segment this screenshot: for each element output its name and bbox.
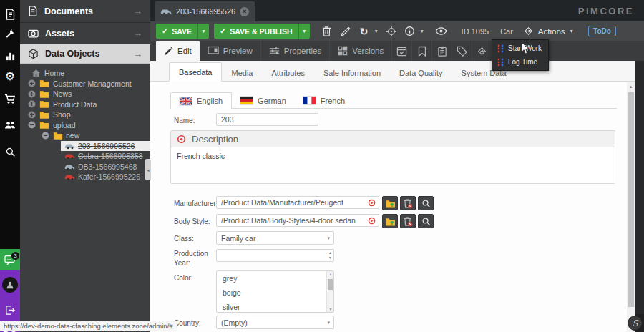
tab-notes[interactable] [412, 41, 432, 61]
spinner-arrows-icon[interactable]: ▴▾ [329, 250, 331, 260]
expand-plus-icon[interactable] [28, 90, 36, 98]
tree-item-203[interactable]: 203-1566995526 [20, 141, 150, 152]
scroll-up-icon[interactable]: ▲ [327, 272, 334, 276]
class-select[interactable]: Family car ▾ [216, 231, 334, 245]
description-editor[interactable]: French classic [171, 147, 615, 183]
notifications-button[interactable]: 3 [0, 249, 20, 270]
panel-collapse-handle[interactable]: ◂ [145, 159, 151, 180]
arrow-right-icon[interactable]: → [133, 28, 142, 39]
open-tab-203[interactable]: 203-1566995526 × [155, 1, 255, 21]
tab-sale-information[interactable]: Sale Information [314, 64, 390, 82]
tab-edit[interactable]: Edit [156, 41, 200, 61]
accordion-data-objects[interactable]: Data Objects → [20, 44, 150, 64]
scrollbar-thumb[interactable] [328, 279, 333, 290]
menu-item-log-time[interactable]: Log Time [492, 55, 548, 69]
production-year-spinner[interactable]: ▴▾ [216, 249, 334, 262]
menu-item-start-work[interactable]: Start Work [492, 42, 548, 55]
info-button[interactable] [401, 24, 419, 39]
color-option-silver[interactable]: silver [217, 300, 333, 313]
search-rail-button[interactable] [0, 142, 20, 162]
locate-in-tree-button[interactable] [383, 24, 400, 39]
open-preview-button[interactable] [433, 24, 450, 39]
tree-item-db3[interactable]: DB3-1566995468 [20, 162, 150, 172]
chevron-down-icon: ▾ [327, 235, 330, 241]
tree-item-home[interactable]: Home [20, 68, 150, 79]
manufacturer-search-button[interactable] [418, 196, 434, 210]
reports-rail-button[interactable] [0, 46, 20, 66]
tree-item-new[interactable]: new [20, 130, 150, 141]
accordion-assets[interactable]: Assets → [20, 23, 150, 44]
reload-dropdown-caret[interactable]: ▼ [374, 29, 381, 34]
expand-plus-icon[interactable] [28, 100, 36, 108]
tab-schedule[interactable] [392, 41, 412, 61]
save-publish-dropdown-caret[interactable]: ▼ [298, 24, 310, 39]
name-input[interactable] [216, 113, 318, 126]
tab-media[interactable]: Media [222, 64, 262, 82]
expand-plus-icon[interactable] [28, 111, 36, 119]
rename-button[interactable] [337, 24, 354, 39]
tree-item-cobra[interactable]: Cobra-1566995353 [20, 151, 150, 162]
close-icon[interactable]: × [240, 7, 249, 16]
tree-item-news[interactable]: News [20, 89, 150, 99]
tree-item-customer-management[interactable]: Customer Management [20, 79, 150, 89]
body-style-input[interactable] [216, 214, 379, 227]
logout-icon[interactable] [4, 305, 15, 316]
manufacturer-clear-button[interactable] [400, 196, 416, 210]
tab-preview[interactable]: Preview [200, 41, 261, 61]
users-rail-button[interactable] [0, 114, 20, 135]
tree-item-shop[interactable]: Shop [20, 109, 150, 120]
pencil-icon [164, 47, 173, 56]
ecommerce-rail-button[interactable] [0, 89, 20, 109]
collapse-minus-icon[interactable] [28, 121, 36, 129]
scroll-down-icon[interactable]: ▼ [327, 307, 334, 311]
save-dropdown-caret[interactable]: ▼ [197, 24, 209, 39]
chevron-down-icon: ▾ [327, 320, 330, 326]
body-style-clear-button[interactable] [400, 214, 416, 228]
lang-tab-french[interactable]: French [295, 92, 353, 109]
content-scrollbar[interactable]: ▲ [627, 82, 635, 332]
scrollbar-thumb[interactable] [628, 92, 634, 307]
avatar[interactable] [2, 277, 18, 293]
tab-basedata[interactable]: Basedata [169, 62, 222, 82]
settings-rail-button[interactable]: ⚙ [0, 66, 20, 86]
arrow-right-icon[interactable]: → [133, 49, 142, 59]
tab-data-quality[interactable]: Data Quality [390, 64, 452, 82]
tree-item-product-data[interactable]: Product Data [20, 99, 150, 110]
tab-reports[interactable] [432, 41, 452, 61]
delete-button[interactable] [318, 24, 336, 39]
accordion-documents[interactable]: Documents → [20, 0, 150, 23]
color-option-beige[interactable]: beige [217, 285, 333, 300]
actions-button[interactable]: Actions ▼ [523, 26, 574, 36]
manufacturer-open-button[interactable] [382, 196, 398, 210]
lang-tab-german[interactable]: German [232, 92, 295, 109]
color-list-scrollbar[interactable]: ▲ ▼ [326, 271, 333, 312]
tree-item-kafer[interactable]: Kafer-1566995226 [20, 172, 150, 182]
tab-versions-label: Versions [352, 47, 384, 55]
info-dropdown-caret[interactable]: ▼ [420, 29, 427, 34]
left-icon-rail: ⚙ 3 Co [0, 0, 20, 332]
body-style-open-button[interactable] [382, 214, 398, 228]
scroll-up-icon[interactable]: ▲ [627, 82, 635, 91]
symfony-profiler-badge[interactable]: S [628, 316, 643, 331]
lang-tab-english[interactable]: English [170, 92, 232, 109]
color-option-grey[interactable]: grey [217, 271, 333, 285]
color-listbox[interactable]: grey beige silver ▲ ▼ [216, 270, 334, 313]
expand-plus-icon[interactable] [28, 79, 36, 87]
tab-versions[interactable]: Versions [330, 41, 392, 61]
tab-attributes[interactable]: Attributes [262, 64, 313, 82]
reload-button[interactable]: ↻ [356, 24, 373, 39]
lang-english-label: English [197, 97, 223, 105]
tree-item-upload[interactable]: upload [20, 120, 150, 131]
body-style-search-button[interactable] [418, 214, 434, 228]
arrow-right-icon[interactable]: → [133, 6, 142, 16]
save-publish-button[interactable]: ✓SAVE & PUBLISH ▼ [214, 24, 310, 39]
country-select[interactable]: (Empty) ▾ [216, 316, 334, 329]
manufacturer-input[interactable] [216, 196, 379, 209]
tab-tags[interactable] [452, 41, 472, 61]
collapse-minus-icon[interactable] [42, 132, 49, 140]
tab-workflow[interactable] [472, 41, 492, 61]
tab-properties[interactable]: Properties [261, 41, 330, 61]
save-button[interactable]: ✓SAVE ▼ [156, 24, 209, 39]
documents-rail-button[interactable] [0, 4, 20, 24]
tools-rail-button[interactable] [0, 24, 20, 44]
